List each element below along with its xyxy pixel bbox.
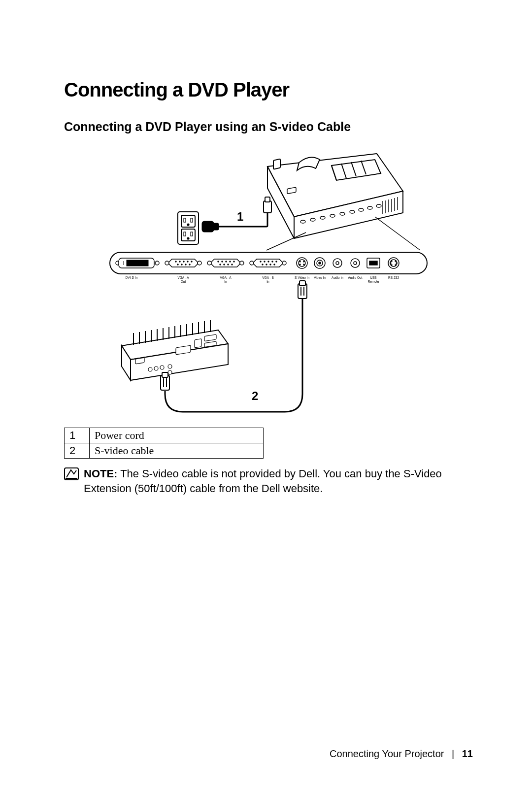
svg-point-63: [220, 264, 221, 265]
note-icon: [64, 467, 79, 484]
svg-point-60: [226, 261, 227, 262]
svg-point-87: [319, 262, 321, 264]
port-label-rs232: RS-232: [388, 276, 399, 279]
port-label-vga-a-out: VGA - A: [177, 276, 189, 279]
svg-point-78: [282, 261, 286, 265]
note-label: NOTE:: [84, 467, 117, 480]
svg-point-77: [274, 264, 275, 265]
port-panel-icon: DVI-D In VGA - A Out VGA - A In VGA - B …: [110, 252, 427, 283]
svg-point-33: [187, 224, 189, 226]
svg-point-124: [148, 367, 152, 371]
svg-point-17: [320, 216, 325, 219]
svg-point-20: [350, 210, 355, 213]
svg-point-127: [168, 365, 172, 368]
svg-text:In: In: [266, 280, 269, 283]
svg-point-125: [154, 366, 158, 370]
svg-rect-93: [369, 261, 377, 265]
svg-point-22: [367, 206, 372, 209]
svg-rect-25: [273, 159, 280, 169]
svg-point-81: [299, 261, 300, 262]
svg-point-128: [168, 370, 172, 374]
port-label-dvid: DVI-D In: [126, 276, 138, 279]
note-text: NOTE: The S-video cable is not provided …: [84, 466, 473, 496]
svg-rect-37: [202, 222, 213, 232]
svg-point-99: [396, 263, 397, 264]
svg-point-57: [207, 261, 211, 265]
svg-point-53: [181, 264, 182, 265]
port-label-audio-out: Audio Out: [348, 276, 363, 279]
callout-1: 1: [237, 210, 243, 224]
svg-point-23: [376, 204, 381, 207]
svg-point-46: [165, 261, 169, 265]
svg-line-27: [375, 217, 420, 250]
svg-point-66: [232, 264, 233, 265]
legend-label: S-video cable: [90, 443, 264, 459]
svg-point-76: [270, 264, 271, 265]
footer-separator: |: [452, 748, 454, 759]
port-label-vga-b-in: VGA - B: [262, 276, 273, 279]
svg-text:Out: Out: [181, 280, 186, 283]
callout-2: 2: [252, 389, 258, 403]
svg-point-47: [175, 261, 176, 262]
svg-point-101: [395, 265, 396, 266]
svg-point-65: [228, 264, 229, 265]
svg-point-58: [218, 261, 219, 262]
svg-point-67: [240, 261, 244, 265]
svg-rect-35: [191, 232, 193, 236]
legend-num: 2: [65, 443, 90, 459]
dvd-player-icon: [122, 320, 228, 380]
svg-point-91: [354, 262, 357, 265]
projector-perspective-icon: [267, 154, 403, 238]
svg-point-80: [299, 260, 305, 266]
table-row: 1 Power cord: [65, 428, 264, 443]
svg-rect-44: [127, 260, 148, 266]
svg-point-64: [224, 264, 225, 265]
svg-point-97: [395, 261, 396, 262]
svg-point-50: [187, 261, 188, 262]
table-row: 2 S-video cable: [65, 443, 264, 459]
svg-rect-130: [195, 339, 201, 348]
legend-num: 1: [65, 428, 90, 443]
page-footer: Connecting Your Projector | 11: [330, 748, 473, 760]
svg-point-21: [359, 208, 364, 211]
svg-rect-40: [265, 197, 270, 202]
page-title: Connecting a DVD Player: [64, 79, 473, 101]
svg-point-74: [262, 264, 263, 265]
svg-point-55: [189, 264, 190, 265]
wall-outlet-icon: [178, 212, 199, 244]
svg-point-51: [191, 261, 192, 262]
section-heading: Connecting a DVD Player using an S-video…: [64, 120, 473, 134]
svg-point-56: [198, 261, 201, 265]
svg-rect-32: [191, 218, 193, 222]
note: NOTE: The S-video cable is not provided …: [64, 466, 473, 496]
svg-point-59: [222, 261, 223, 262]
legend-table: 1 Power cord 2 S-video cable: [64, 428, 264, 459]
svg-point-19: [340, 212, 345, 215]
svg-point-83: [299, 264, 300, 265]
svg-point-48: [179, 261, 180, 262]
port-label-audio-in: Audio In: [332, 276, 343, 279]
svg-text:Remote: Remote: [368, 280, 379, 283]
svg-point-54: [185, 264, 186, 265]
port-label-vga-a-in: VGA - A: [220, 276, 232, 279]
svg-rect-38: [213, 224, 218, 230]
svg-point-100: [391, 265, 392, 266]
svg-point-72: [272, 261, 273, 262]
svg-point-62: [233, 261, 234, 262]
svg-point-69: [260, 261, 261, 262]
svg-point-36: [187, 237, 189, 239]
port-label-usb: USB: [370, 276, 376, 279]
svg-point-98: [390, 263, 391, 264]
footer-section: Connecting Your Projector: [330, 748, 444, 759]
svg-point-61: [230, 261, 231, 262]
svg-point-45: [155, 261, 159, 265]
svg-point-89: [336, 262, 339, 265]
svg-point-52: [177, 264, 178, 265]
svg-point-15: [300, 220, 305, 223]
svg-point-126: [160, 366, 164, 369]
svg-line-26: [266, 233, 306, 250]
svg-point-71: [268, 261, 269, 262]
svg-rect-39: [264, 201, 271, 213]
svg-point-68: [250, 261, 254, 265]
page: Connecting a DVD Player Connecting a DVD…: [0, 0, 532, 798]
